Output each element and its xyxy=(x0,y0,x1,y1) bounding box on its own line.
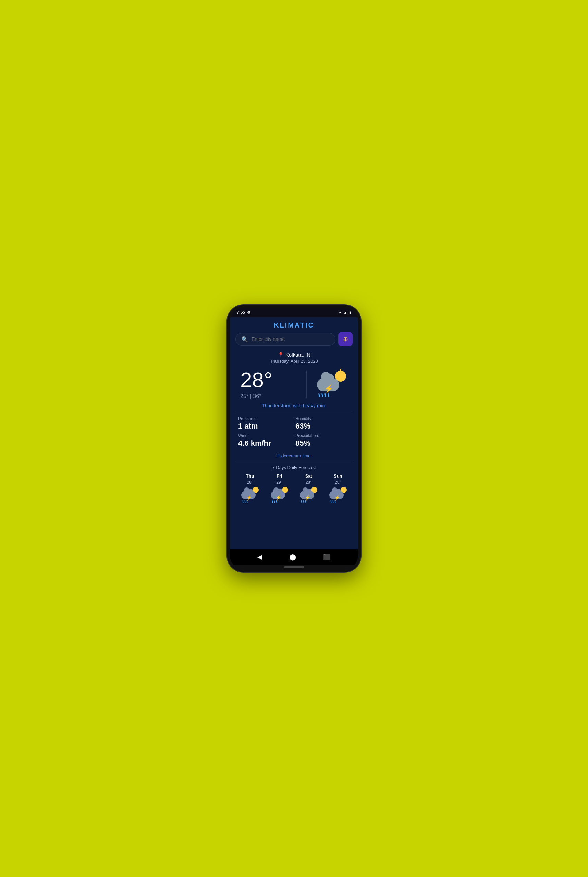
app-title: KLIMATIC xyxy=(237,321,351,329)
signal-icon: ▲ xyxy=(344,311,347,315)
fc-lightning-3: ⚡ xyxy=(334,495,340,501)
phone-device: 7:55 ⚙ ▼ ▲ ▮ KLIMATIC 🔍 ⊕ 📍Kolkat xyxy=(227,305,361,572)
forecast-temp-2: 28° xyxy=(306,480,312,485)
fc-lightning-0: ⚡ xyxy=(246,495,252,501)
bottom-indicator xyxy=(284,566,304,568)
rain-drop-2 xyxy=(321,393,323,397)
battery-icon: ▮ xyxy=(349,311,351,315)
forecast-icon-3: ⚡ xyxy=(328,486,348,503)
app-screen: KLIMATIC 🔍 ⊕ 📍Kolkata, IN Thursday, Apri… xyxy=(230,317,358,570)
main-temperature: 28° xyxy=(240,369,300,391)
fc-rain-0 xyxy=(243,500,248,503)
vertical-divider xyxy=(306,371,307,398)
status-left: 7:55 ⚙ xyxy=(237,310,250,315)
fc-rain-3 xyxy=(331,500,336,503)
forecast-temp-0: 28° xyxy=(247,480,253,485)
condition-text: Thunderstorm with heavy rain. xyxy=(230,401,358,412)
fc-rain-2 xyxy=(301,500,306,503)
status-time: 7:55 xyxy=(237,310,245,315)
city-date: Thursday, April 23, 2020 xyxy=(230,359,358,364)
city-name: 📍Kolkata, IN xyxy=(230,352,358,358)
status-bar: 7:55 ⚙ ▼ ▲ ▮ xyxy=(230,307,358,317)
forecast-item-fri: Fri 29° ⚡ xyxy=(270,474,289,503)
forecast-temp-1: 29° xyxy=(276,480,282,485)
wind-cell: Wind: 4.6 km/hr xyxy=(238,433,292,448)
rain-drop-1 xyxy=(318,393,320,397)
forecast-section: 7 Days Daily Forecast Thu 28° ⚡ xyxy=(230,462,358,507)
precipitation-cell: Precipitation: 85% xyxy=(296,433,350,448)
search-icon: 🔍 xyxy=(241,336,248,343)
humidity-cell: Humidity: 63% xyxy=(296,416,350,430)
forecast-day-1: Fri xyxy=(276,474,282,478)
precipitation-label: Precipitation: xyxy=(296,433,350,438)
search-input[interactable] xyxy=(252,336,330,342)
app-header: KLIMATIC xyxy=(230,317,358,332)
search-row: 🔍 ⊕ xyxy=(230,332,358,351)
gps-icon: ⊕ xyxy=(343,335,348,343)
thunderstorm-icon: ⚡ xyxy=(315,371,346,398)
forecast-day-2: Sat xyxy=(305,474,312,478)
wind-label: Wind: xyxy=(238,433,292,438)
rain-drops xyxy=(319,393,329,397)
fc-lightning-2: ⚡ xyxy=(304,495,310,501)
forecast-day-3: Sun xyxy=(334,474,342,478)
temp-max: 36° xyxy=(253,393,261,399)
fc-lightning-1: ⚡ xyxy=(276,495,281,501)
bottom-bar xyxy=(230,565,358,570)
rain-drop-3 xyxy=(324,393,326,397)
wind-value: 4.6 km/hr xyxy=(238,439,292,448)
forecast-day-0: Thu xyxy=(246,474,254,478)
forecast-row: Thu 28° ⚡ Fri xyxy=(236,474,352,503)
wifi-icon: ▼ xyxy=(338,311,342,315)
lightning-icon: ⚡ xyxy=(324,384,333,393)
pin-icon: 📍 xyxy=(278,352,284,358)
temp-min: 25° xyxy=(240,393,248,399)
forecast-icon-1: ⚡ xyxy=(270,486,289,503)
stats-grid: Pressure: 1 atm Humidity: 63% Wind: 4.6 … xyxy=(230,412,358,452)
forecast-item-sun: Sun 28° ⚡ xyxy=(328,474,348,503)
humidity-value: 63% xyxy=(296,422,350,430)
rain-drop-4 xyxy=(328,393,329,397)
fc-rain-1 xyxy=(272,500,277,503)
humidity-label: Humidity: xyxy=(296,416,350,421)
fun-message: It's icecream time. xyxy=(230,452,358,462)
forecast-temp-3: 28° xyxy=(335,480,341,485)
location-button[interactable]: ⊕ xyxy=(338,332,352,346)
city-info: 📍Kolkata, IN Thursday, April 23, 2020 xyxy=(230,351,358,367)
forecast-title: 7 Days Daily Forecast xyxy=(236,465,352,470)
recent-button[interactable]: ⬛ xyxy=(323,553,331,561)
pressure-value: 1 atm xyxy=(238,422,292,430)
home-button[interactable]: ⬤ xyxy=(289,553,296,561)
status-right: ▼ ▲ ▮ xyxy=(338,311,351,315)
forecast-icon-2: ⚡ xyxy=(299,486,318,503)
temp-range: 25° | 36° xyxy=(240,393,300,399)
temp-separator: | xyxy=(250,393,253,399)
weather-icon-area: ⚡ xyxy=(314,371,348,398)
precipitation-value: 85% xyxy=(296,439,350,448)
temp-left: 28° 25° | 36° xyxy=(240,369,300,399)
pressure-label: Pressure: xyxy=(238,416,292,421)
nav-bar: ◀ ⬤ ⬛ xyxy=(230,550,358,565)
back-button[interactable]: ◀ xyxy=(257,553,262,561)
forecast-item-thu: Thu 28° ⚡ xyxy=(240,474,260,503)
search-box[interactable]: 🔍 xyxy=(236,333,336,346)
temperature-section: 28° 25° | 36° ⚡ xyxy=(230,367,358,401)
pressure-cell: Pressure: 1 atm xyxy=(238,416,292,430)
forecast-item-sat: Sat 28° ⚡ xyxy=(299,474,318,503)
spacer xyxy=(230,507,358,550)
gear-icon: ⚙ xyxy=(247,310,250,315)
forecast-icon-0: ⚡ xyxy=(240,486,260,503)
